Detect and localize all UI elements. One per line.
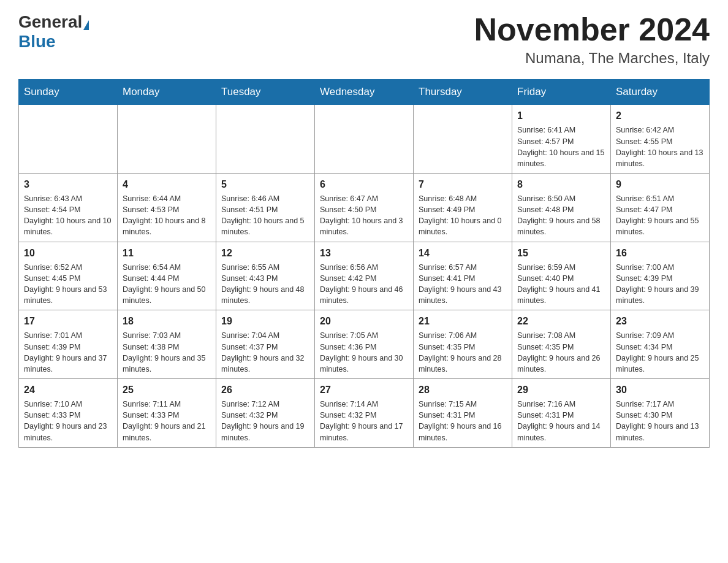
col-sunday: Sunday	[19, 80, 118, 105]
calendar-cell: 16Sunrise: 7:00 AM Sunset: 4:39 PM Dayli…	[611, 242, 710, 310]
calendar-table: Sunday Monday Tuesday Wednesday Thursday…	[18, 79, 710, 447]
day-number: 23	[616, 314, 704, 328]
day-info: Sunrise: 6:47 AM Sunset: 4:50 PM Dayligh…	[320, 193, 408, 238]
day-number: 3	[24, 177, 112, 191]
day-number: 26	[221, 383, 309, 397]
calendar-cell: 24Sunrise: 7:10 AM Sunset: 4:33 PM Dayli…	[19, 378, 118, 447]
calendar-body: 1Sunrise: 6:41 AM Sunset: 4:57 PM Daylig…	[19, 105, 710, 447]
day-info: Sunrise: 7:03 AM Sunset: 4:38 PM Dayligh…	[123, 330, 211, 375]
day-info: Sunrise: 6:42 AM Sunset: 4:55 PM Dayligh…	[616, 124, 704, 169]
day-number: 13	[320, 246, 408, 260]
calendar-cell: 27Sunrise: 7:14 AM Sunset: 4:32 PM Dayli…	[315, 378, 414, 447]
day-number: 6	[320, 177, 408, 191]
calendar-cell: 9Sunrise: 6:51 AM Sunset: 4:47 PM Daylig…	[611, 173, 710, 242]
calendar-cell: 17Sunrise: 7:01 AM Sunset: 4:39 PM Dayli…	[19, 310, 118, 379]
day-number: 20	[320, 314, 408, 328]
calendar-cell: 11Sunrise: 6:54 AM Sunset: 4:44 PM Dayli…	[118, 242, 216, 310]
page-header: General Blue November 2024 Numana, The M…	[18, 12, 710, 67]
day-number: 8	[517, 177, 605, 191]
calendar-cell: 7Sunrise: 6:48 AM Sunset: 4:49 PM Daylig…	[414, 173, 512, 242]
day-number: 22	[517, 314, 605, 328]
logo-blue-text: Blue	[18, 32, 56, 51]
day-info: Sunrise: 7:14 AM Sunset: 4:32 PM Dayligh…	[320, 399, 408, 443]
calendar-cell: 1Sunrise: 6:41 AM Sunset: 4:57 PM Daylig…	[512, 105, 611, 174]
calendar-cell: 5Sunrise: 6:46 AM Sunset: 4:51 PM Daylig…	[216, 173, 315, 242]
day-number: 7	[419, 177, 507, 191]
day-number: 4	[123, 177, 211, 191]
day-info: Sunrise: 6:50 AM Sunset: 4:48 PM Dayligh…	[517, 193, 605, 238]
day-number: 27	[320, 383, 408, 397]
day-info: Sunrise: 6:41 AM Sunset: 4:57 PM Dayligh…	[517, 124, 605, 169]
day-info: Sunrise: 6:51 AM Sunset: 4:47 PM Dayligh…	[616, 193, 704, 238]
day-number: 14	[419, 246, 507, 260]
calendar-cell: 15Sunrise: 6:59 AM Sunset: 4:40 PM Dayli…	[512, 242, 611, 310]
calendar-cell: 2Sunrise: 6:42 AM Sunset: 4:55 PM Daylig…	[611, 105, 710, 174]
col-thursday: Thursday	[414, 80, 512, 105]
calendar-cell: 4Sunrise: 6:44 AM Sunset: 4:53 PM Daylig…	[118, 173, 216, 242]
calendar-cell: 30Sunrise: 7:17 AM Sunset: 4:30 PM Dayli…	[611, 378, 710, 447]
day-number: 29	[517, 383, 605, 397]
col-saturday: Saturday	[611, 80, 710, 105]
col-tuesday: Tuesday	[216, 80, 315, 105]
calendar-cell: 20Sunrise: 7:05 AM Sunset: 4:36 PM Dayli…	[315, 310, 414, 379]
calendar-week-row: 1Sunrise: 6:41 AM Sunset: 4:57 PM Daylig…	[19, 105, 710, 174]
calendar-cell	[315, 105, 414, 174]
day-number: 30	[616, 383, 704, 397]
day-info: Sunrise: 7:10 AM Sunset: 4:33 PM Dayligh…	[24, 399, 112, 443]
calendar-cell	[414, 105, 512, 174]
day-info: Sunrise: 7:04 AM Sunset: 4:37 PM Dayligh…	[221, 330, 309, 375]
day-info: Sunrise: 6:52 AM Sunset: 4:45 PM Dayligh…	[24, 262, 112, 307]
calendar-cell: 28Sunrise: 7:15 AM Sunset: 4:31 PM Dayli…	[414, 378, 512, 447]
calendar-cell: 22Sunrise: 7:08 AM Sunset: 4:35 PM Dayli…	[512, 310, 611, 379]
day-number: 18	[123, 314, 211, 328]
calendar-week-row: 17Sunrise: 7:01 AM Sunset: 4:39 PM Dayli…	[19, 310, 710, 379]
logo-triangle-icon	[83, 20, 89, 30]
day-number: 11	[123, 246, 211, 260]
day-info: Sunrise: 6:57 AM Sunset: 4:41 PM Dayligh…	[419, 262, 507, 307]
calendar-cell: 13Sunrise: 6:56 AM Sunset: 4:42 PM Dayli…	[315, 242, 414, 310]
day-number: 19	[221, 314, 309, 328]
calendar-week-row: 3Sunrise: 6:43 AM Sunset: 4:54 PM Daylig…	[19, 173, 710, 242]
calendar-header: Sunday Monday Tuesday Wednesday Thursday…	[19, 80, 710, 105]
day-info: Sunrise: 6:43 AM Sunset: 4:54 PM Dayligh…	[24, 193, 112, 238]
calendar-cell: 10Sunrise: 6:52 AM Sunset: 4:45 PM Dayli…	[19, 242, 118, 310]
day-info: Sunrise: 7:11 AM Sunset: 4:33 PM Dayligh…	[123, 399, 211, 443]
calendar-cell: 21Sunrise: 7:06 AM Sunset: 4:35 PM Dayli…	[414, 310, 512, 379]
day-number: 28	[419, 383, 507, 397]
col-monday: Monday	[118, 80, 216, 105]
calendar-cell: 6Sunrise: 6:47 AM Sunset: 4:50 PM Daylig…	[315, 173, 414, 242]
day-info: Sunrise: 7:12 AM Sunset: 4:32 PM Dayligh…	[221, 399, 309, 443]
day-number: 21	[419, 314, 507, 328]
day-number: 15	[517, 246, 605, 260]
calendar-week-row: 24Sunrise: 7:10 AM Sunset: 4:33 PM Dayli…	[19, 378, 710, 447]
calendar-cell	[118, 105, 216, 174]
calendar-cell: 29Sunrise: 7:16 AM Sunset: 4:31 PM Dayli…	[512, 378, 611, 447]
col-wednesday: Wednesday	[315, 80, 414, 105]
logo-general-text: General	[18, 12, 82, 31]
weekday-header-row: Sunday Monday Tuesday Wednesday Thursday…	[19, 80, 710, 105]
day-info: Sunrise: 6:48 AM Sunset: 4:49 PM Dayligh…	[419, 193, 507, 238]
day-info: Sunrise: 6:56 AM Sunset: 4:42 PM Dayligh…	[320, 262, 408, 307]
calendar-week-row: 10Sunrise: 6:52 AM Sunset: 4:45 PM Dayli…	[19, 242, 710, 310]
day-info: Sunrise: 7:06 AM Sunset: 4:35 PM Dayligh…	[419, 330, 507, 375]
title-block: November 2024 Numana, The Marches, Italy	[474, 12, 710, 67]
day-info: Sunrise: 7:05 AM Sunset: 4:36 PM Dayligh…	[320, 330, 408, 375]
day-info: Sunrise: 6:55 AM Sunset: 4:43 PM Dayligh…	[221, 262, 309, 307]
calendar-cell: 3Sunrise: 6:43 AM Sunset: 4:54 PM Daylig…	[19, 173, 118, 242]
calendar-cell: 12Sunrise: 6:55 AM Sunset: 4:43 PM Dayli…	[216, 242, 315, 310]
day-info: Sunrise: 7:00 AM Sunset: 4:39 PM Dayligh…	[616, 262, 704, 307]
day-number: 17	[24, 314, 112, 328]
calendar-cell: 18Sunrise: 7:03 AM Sunset: 4:38 PM Dayli…	[118, 310, 216, 379]
day-info: Sunrise: 7:16 AM Sunset: 4:31 PM Dayligh…	[517, 399, 605, 443]
calendar-cell: 26Sunrise: 7:12 AM Sunset: 4:32 PM Dayli…	[216, 378, 315, 447]
calendar-cell: 14Sunrise: 6:57 AM Sunset: 4:41 PM Dayli…	[414, 242, 512, 310]
calendar-cell: 19Sunrise: 7:04 AM Sunset: 4:37 PM Dayli…	[216, 310, 315, 379]
calendar-cell: 8Sunrise: 6:50 AM Sunset: 4:48 PM Daylig…	[512, 173, 611, 242]
day-info: Sunrise: 7:09 AM Sunset: 4:34 PM Dayligh…	[616, 330, 704, 375]
month-year-title: November 2024	[474, 12, 710, 47]
day-number: 2	[616, 109, 704, 123]
day-info: Sunrise: 7:01 AM Sunset: 4:39 PM Dayligh…	[24, 330, 112, 375]
day-number: 25	[123, 383, 211, 397]
day-number: 24	[24, 383, 112, 397]
day-number: 10	[24, 246, 112, 260]
